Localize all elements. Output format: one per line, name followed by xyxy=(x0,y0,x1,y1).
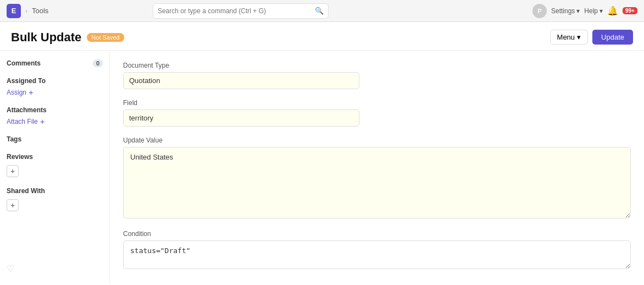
chevron-down-icon: ▾ xyxy=(577,33,581,41)
help-button[interactable]: Help ▾ xyxy=(584,7,603,15)
main-layout: Comments 0 Assigned To Assign + Attachme… xyxy=(0,51,644,283)
field-label: Field xyxy=(123,99,631,107)
reviews-label: Reviews xyxy=(7,153,33,161)
assign-button[interactable]: Assign + xyxy=(7,88,103,96)
tags-header: Tags xyxy=(7,135,103,143)
sidebar-reviews-section: Reviews + xyxy=(7,153,103,177)
condition-group: Condition status="Draft" xyxy=(123,230,631,271)
document-type-group: Document Type xyxy=(123,62,631,89)
attachments-label: Attachments xyxy=(7,106,47,114)
topbar: E › Tools 🔍 P Settings ▾ Help ▾ 🔔 99+ xyxy=(0,0,644,22)
page-title-area: Bulk Update Not Saved xyxy=(11,30,124,45)
plus-icon: + xyxy=(29,88,34,96)
assigned-to-header: Assigned To xyxy=(7,77,103,85)
shared-with-label: Shared With xyxy=(7,187,45,195)
field-group: Field xyxy=(123,99,631,127)
shared-with-header: Shared With xyxy=(7,187,103,195)
attach-file-button[interactable]: Attach File + xyxy=(7,117,103,125)
add-shared-button[interactable]: + xyxy=(7,199,19,211)
update-value-label: Update Value xyxy=(123,136,631,144)
bell-icon[interactable]: 🔔 xyxy=(607,6,618,16)
notification-badge: 99+ xyxy=(623,7,637,14)
search-bar: 🔍 xyxy=(153,3,329,19)
plus-icon: + xyxy=(40,117,45,125)
heart-icon[interactable]: ♡ xyxy=(7,264,103,274)
page-title: Bulk Update xyxy=(11,30,81,45)
reviews-header: Reviews xyxy=(7,153,103,161)
attachments-header: Attachments xyxy=(7,106,103,114)
breadcrumb-chevron-icon: › xyxy=(25,7,27,15)
content-area: Document Type Field Update Value United … xyxy=(110,51,644,283)
page-header: Bulk Update Not Saved Menu ▾ Update xyxy=(0,22,644,51)
topbar-right: P Settings ▾ Help ▾ 🔔 99+ xyxy=(532,4,637,18)
header-actions: Menu ▾ Update xyxy=(550,30,633,45)
sidebar-tags-section: Tags xyxy=(7,135,103,143)
avatar[interactable]: P xyxy=(532,4,547,18)
chevron-down-icon: ▾ xyxy=(599,7,603,15)
status-badge: Not Saved xyxy=(87,33,124,42)
update-value-group: Update Value United States xyxy=(123,136,631,220)
assigned-to-label: Assigned To xyxy=(7,77,46,85)
menu-button[interactable]: Menu ▾ xyxy=(550,30,589,45)
condition-label: Condition xyxy=(123,230,631,238)
search-input[interactable] xyxy=(158,7,312,15)
sidebar-assigned-section: Assigned To Assign + xyxy=(7,77,103,96)
comments-count: 0 xyxy=(93,59,103,67)
chevron-down-icon: ▾ xyxy=(576,7,580,15)
update-value-textarea[interactable]: United States xyxy=(123,147,631,218)
sidebar-shared-section: Shared With + xyxy=(7,187,103,211)
sidebar: Comments 0 Assigned To Assign + Attachme… xyxy=(0,51,110,283)
reviews-actions: + xyxy=(7,165,103,177)
field-input[interactable] xyxy=(123,109,359,127)
app-icon[interactable]: E xyxy=(7,4,21,18)
document-type-label: Document Type xyxy=(123,62,631,69)
condition-textarea[interactable]: status="Draft" xyxy=(123,240,631,269)
tags-label: Tags xyxy=(7,135,21,143)
breadcrumb-tools[interactable]: Tools xyxy=(32,7,48,15)
sidebar-comments-header: Comments 0 xyxy=(7,59,103,67)
add-review-button[interactable]: + xyxy=(7,165,19,177)
sidebar-comments-section: Comments 0 xyxy=(7,59,103,67)
comments-label: Comments xyxy=(7,59,41,67)
document-type-input[interactable] xyxy=(123,72,359,89)
update-button[interactable]: Update xyxy=(592,30,633,45)
sidebar-attachments-section: Attachments Attach File + xyxy=(7,106,103,125)
shared-actions: + xyxy=(7,199,103,211)
search-icon: 🔍 xyxy=(315,7,324,15)
settings-button[interactable]: Settings ▾ xyxy=(551,7,580,15)
